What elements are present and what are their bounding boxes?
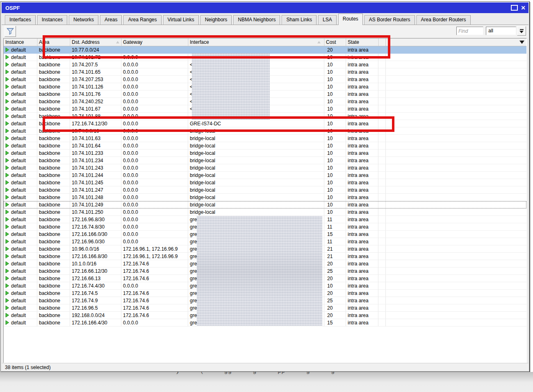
table-row[interactable]: defaultbackbone172.16.166.0/300.0.0.0gre…: [4, 231, 526, 238]
cell-blank: [386, 312, 526, 319]
table-row[interactable]: defaultbackbone172.16.166.8/30172.16.96.…: [4, 253, 526, 260]
table-row[interactable]: defaultbackbone10.74.101.640.0.0.0bridge…: [4, 142, 526, 150]
cell-blank: [386, 54, 526, 61]
cell-dst: 172.16.74.4/30: [70, 282, 121, 290]
column-header-blank-8[interactable]: [386, 39, 526, 46]
tab-as-border-routers[interactable]: AS Border Routers: [364, 15, 415, 25]
table-row[interactable]: defaultbackbone10.74.101.2340.0.0.0bridg…: [4, 157, 526, 164]
table-row[interactable]: defaultbackbone10.74.101.2470.0.0.0bridg…: [4, 186, 526, 194]
filter-button[interactable]: [5, 26, 16, 37]
tab-virtual-links[interactable]: Virtual Links: [163, 15, 199, 25]
table-row[interactable]: defaultbackbone172.16.74.4/300.0.0.0gre-…: [4, 282, 526, 290]
column-chooser-icon[interactable]: [519, 41, 524, 44]
cell-iface: bridge-local: [188, 194, 324, 201]
table-row[interactable]: defaultbackbone10.74.101.2500.0.0.0bridg…: [4, 208, 526, 216]
tab-nbma-neighbors[interactable]: NBMA Neighbors: [233, 15, 280, 25]
table-row[interactable]: defaultbackbone10.74.101.880.0.0.010intr…: [4, 113, 526, 120]
cell-blank: [378, 54, 386, 61]
table-row[interactable]: defaultbackbone172.16.74.8/300.0.0.0gre-…: [4, 223, 526, 231]
table-row[interactable]: defaultbackbone172.16.66.13172.16.74.6gr…: [4, 275, 526, 282]
cell-gateway: 0.0.0.0: [121, 68, 188, 76]
cell-cost: 11: [324, 223, 346, 231]
table-row[interactable]: defaultbackbone10.74.101.2490.0.0.0bridg…: [4, 201, 526, 208]
tab-neighbors[interactable]: Neighbors: [200, 15, 232, 25]
cell-cost: 20: [324, 312, 346, 319]
table-row[interactable]: defaultbackbone172.16.96.8/300.0.0.0gre-…: [4, 216, 526, 223]
cell-blank: [386, 319, 526, 326]
column-header-cost[interactable]: Cost: [324, 39, 346, 46]
table-row[interactable]: defaultbackbone10.74.101.2480.0.0.0bridg…: [4, 194, 526, 201]
table-row[interactable]: defaultbackbone10.74.101.2330.0.0.0bridg…: [4, 150, 526, 157]
tab-instances[interactable]: Instances: [37, 15, 67, 25]
route-flag-icon: [5, 306, 9, 310]
tab-interfaces[interactable]: Interfaces: [5, 15, 36, 25]
column-header-interface[interactable]: Interface: [188, 39, 324, 46]
column-header-state[interactable]: State: [346, 39, 378, 46]
table-row[interactable]: defaultbackbone172.16.74.9172.16.74.6gre…: [4, 297, 526, 304]
window-titlebar[interactable]: OSPF ✕: [2, 2, 528, 13]
tab-area-ranges[interactable]: Area Ranges: [123, 15, 161, 25]
table-row[interactable]: defaultbackbone10.74.207.50.0.0.0<10intr…: [4, 61, 526, 68]
find-input[interactable]: [456, 27, 483, 35]
table-row[interactable]: defaultbackbone10.74.101.2440.0.0.0bridg…: [4, 172, 526, 179]
table-row[interactable]: defaultbackbone172.16.66.12/30172.16.74.…: [4, 267, 526, 275]
column-header-area[interactable]: Area: [37, 39, 70, 46]
table-row[interactable]: defaultbackbone10.74.101.650.0.0.0<10int…: [4, 68, 526, 76]
status-bar: 38 items (1 selected): [2, 363, 528, 371]
cell-iface: gre-: [188, 275, 324, 282]
tab-bar: InterfacesInstancesNetworksAreasArea Ran…: [2, 13, 528, 25]
cell-cost: 10: [324, 127, 346, 135]
cell-dst: 10.74.101.63: [70, 135, 121, 142]
close-icon[interactable]: ✕: [521, 5, 526, 11]
tab-areas[interactable]: Areas: [100, 15, 122, 25]
table-row[interactable]: defaultbackbone172.16.166.4/300.0.0.0gre…: [4, 319, 526, 326]
table-row[interactable]: defaultbackbone10.74.101.2430.0.0.0bridg…: [4, 164, 526, 172]
cell-state: intra area: [346, 231, 378, 238]
cell-blank: [386, 135, 526, 142]
cell-area: backbone: [37, 142, 70, 150]
tab-networks[interactable]: Networks: [69, 15, 98, 25]
cell-state: intra area: [346, 54, 378, 61]
cell-cost: 25: [324, 267, 346, 275]
cell-gateway: 0.0.0.0: [121, 105, 188, 113]
filter-select[interactable]: all: [486, 27, 516, 35]
cell-dst: 172.16.74.8/30: [70, 223, 121, 231]
cell-instance: default: [4, 98, 37, 105]
route-flag-icon: [5, 195, 9, 199]
table-row[interactable]: defaultbackbone172.16.74.12/300.0.0.0GRE…: [4, 120, 526, 127]
filter-dropdown-button[interactable]: [517, 26, 526, 36]
table-row[interactable]: defaultbackbone10.74.101.2450.0.0.0bridg…: [4, 179, 526, 186]
cell-gateway: 0.0.0.0: [121, 113, 188, 120]
table-row[interactable]: defaultbackbone10.74.101.1260.0.0.0<10in…: [4, 83, 526, 91]
table-row[interactable]: defaultbackbone10.74.101.630.0.0.0bridge…: [4, 135, 526, 142]
route-flag-icon: [5, 291, 9, 295]
column-header-gateway[interactable]: Gateway: [121, 39, 188, 46]
table-row[interactable]: defaultbackbone172.16.96.0/300.0.0.0gre-…: [4, 238, 526, 245]
table-row[interactable]: defaultbackbone10.77.0.0/2420intra area: [4, 46, 526, 54]
tab-routes[interactable]: Routes: [338, 14, 363, 25]
table-row[interactable]: defaultbackbone10.1.0.0/16172.16.74.6gre…: [4, 260, 526, 267]
table-row[interactable]: defaultbackbone10.74.101.760.0.0.0<10int…: [4, 91, 526, 98]
cell-blank: [386, 297, 526, 304]
tab-sham-links[interactable]: Sham Links: [282, 15, 317, 25]
cell-area: backbone: [37, 157, 70, 164]
column-header-instance[interactable]: Instance: [4, 39, 37, 46]
table-row[interactable]: defaultbackbone192.168.0.0/24172.16.74.6…: [4, 312, 526, 319]
cell-area: backbone: [37, 54, 70, 61]
column-header-dst-address[interactable]: Dst. Address: [70, 39, 121, 46]
table-row[interactable]: defaultbackbone10.74.0.0/160.0.0.0bridge…: [4, 127, 526, 135]
tab-area-border-routers[interactable]: Area Border Routers: [417, 15, 471, 25]
table-row[interactable]: defaultbackbone10.96.0.0/16172.16.96.1, …: [4, 245, 526, 253]
column-header-blank-7[interactable]: [378, 39, 386, 46]
table-row[interactable]: defaultbackbone10.74.240.2520.0.0.0<10in…: [4, 98, 526, 105]
instance-label: default: [11, 158, 26, 163]
table-row[interactable]: defaultbackbone10.74.101.720.0.0.0<10int…: [4, 54, 526, 61]
table-row[interactable]: defaultbackbone172.16.74.5172.16.74.6gre…: [4, 290, 526, 297]
maximize-icon[interactable]: [511, 5, 518, 11]
tab-lsa[interactable]: LSA: [318, 15, 337, 25]
table-row[interactable]: defaultbackbone10.74.101.670.0.0.0<10int…: [4, 105, 526, 113]
table-row[interactable]: defaultbackbone172.16.96.5172.16.74.6gre…: [4, 304, 526, 312]
cell-instance: default: [4, 164, 37, 172]
table-row[interactable]: defaultbackbone10.74.207.2530.0.0.0<10in…: [4, 76, 526, 83]
cell-cost: 11: [324, 238, 346, 245]
